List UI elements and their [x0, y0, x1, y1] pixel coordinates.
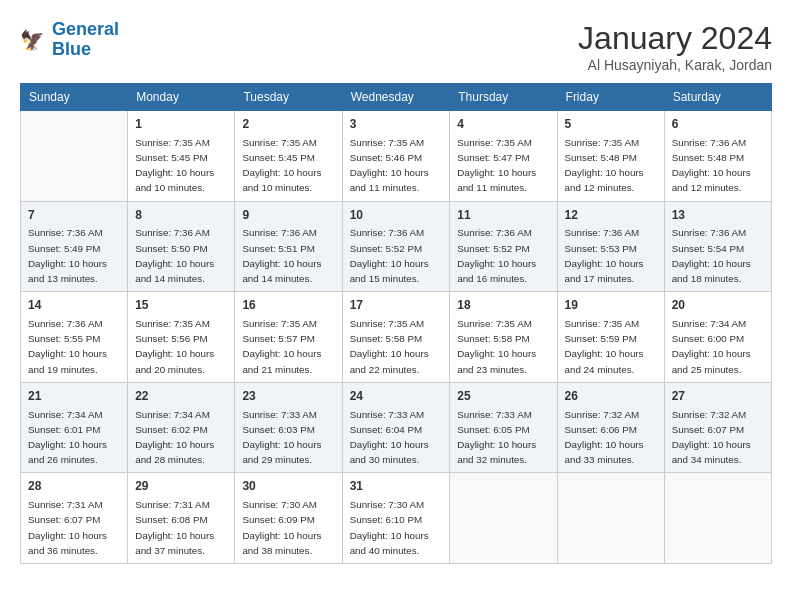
- day-number: 16: [242, 297, 334, 314]
- calendar-cell: 21Sunrise: 7:34 AM Sunset: 6:01 PM Dayli…: [21, 382, 128, 473]
- calendar-cell: 15Sunrise: 7:35 AM Sunset: 5:56 PM Dayli…: [128, 292, 235, 383]
- day-info: Sunrise: 7:31 AM Sunset: 6:07 PM Dayligh…: [28, 499, 107, 556]
- day-info: Sunrise: 7:35 AM Sunset: 5:58 PM Dayligh…: [457, 318, 536, 375]
- day-info: Sunrise: 7:32 AM Sunset: 6:07 PM Dayligh…: [672, 409, 751, 466]
- day-number: 28: [28, 478, 120, 495]
- day-number: 8: [135, 207, 227, 224]
- calendar-cell: 11Sunrise: 7:36 AM Sunset: 5:52 PM Dayli…: [450, 201, 557, 292]
- day-info: Sunrise: 7:31 AM Sunset: 6:08 PM Dayligh…: [135, 499, 214, 556]
- calendar-cell: 19Sunrise: 7:35 AM Sunset: 5:59 PM Dayli…: [557, 292, 664, 383]
- day-number: 2: [242, 116, 334, 133]
- calendar-cell: 9Sunrise: 7:36 AM Sunset: 5:51 PM Daylig…: [235, 201, 342, 292]
- calendar-cell: 16Sunrise: 7:35 AM Sunset: 5:57 PM Dayli…: [235, 292, 342, 383]
- day-number: 31: [350, 478, 443, 495]
- week-row-3: 14Sunrise: 7:36 AM Sunset: 5:55 PM Dayli…: [21, 292, 772, 383]
- day-number: 18: [457, 297, 549, 314]
- day-number: 9: [242, 207, 334, 224]
- calendar-cell: [450, 473, 557, 564]
- column-header-sunday: Sunday: [21, 84, 128, 111]
- day-number: 11: [457, 207, 549, 224]
- week-row-1: 1Sunrise: 7:35 AM Sunset: 5:45 PM Daylig…: [21, 111, 772, 202]
- day-number: 3: [350, 116, 443, 133]
- day-info: Sunrise: 7:35 AM Sunset: 5:45 PM Dayligh…: [135, 137, 214, 194]
- day-info: Sunrise: 7:33 AM Sunset: 6:05 PM Dayligh…: [457, 409, 536, 466]
- calendar-cell: 31Sunrise: 7:30 AM Sunset: 6:10 PM Dayli…: [342, 473, 450, 564]
- day-number: 4: [457, 116, 549, 133]
- day-number: 20: [672, 297, 764, 314]
- day-info: Sunrise: 7:36 AM Sunset: 5:54 PM Dayligh…: [672, 227, 751, 284]
- page-header: 🦅 General Blue January 2024 Al Husayniya…: [20, 20, 772, 73]
- week-row-4: 21Sunrise: 7:34 AM Sunset: 6:01 PM Dayli…: [21, 382, 772, 473]
- day-number: 27: [672, 388, 764, 405]
- calendar-cell: 25Sunrise: 7:33 AM Sunset: 6:05 PM Dayli…: [450, 382, 557, 473]
- calendar-cell: 13Sunrise: 7:36 AM Sunset: 5:54 PM Dayli…: [664, 201, 771, 292]
- calendar-cell: [557, 473, 664, 564]
- month-title: January 2024: [578, 20, 772, 57]
- svg-text:🦅: 🦅: [20, 28, 45, 52]
- calendar-cell: 8Sunrise: 7:36 AM Sunset: 5:50 PM Daylig…: [128, 201, 235, 292]
- day-info: Sunrise: 7:35 AM Sunset: 5:47 PM Dayligh…: [457, 137, 536, 194]
- day-number: 29: [135, 478, 227, 495]
- calendar-cell: [21, 111, 128, 202]
- calendar-cell: 6Sunrise: 7:36 AM Sunset: 5:48 PM Daylig…: [664, 111, 771, 202]
- day-info: Sunrise: 7:35 AM Sunset: 5:58 PM Dayligh…: [350, 318, 429, 375]
- day-info: Sunrise: 7:34 AM Sunset: 6:02 PM Dayligh…: [135, 409, 214, 466]
- day-number: 21: [28, 388, 120, 405]
- day-number: 25: [457, 388, 549, 405]
- location: Al Husayniyah, Karak, Jordan: [578, 57, 772, 73]
- day-info: Sunrise: 7:36 AM Sunset: 5:50 PM Dayligh…: [135, 227, 214, 284]
- calendar-cell: 29Sunrise: 7:31 AM Sunset: 6:08 PM Dayli…: [128, 473, 235, 564]
- day-info: Sunrise: 7:35 AM Sunset: 5:45 PM Dayligh…: [242, 137, 321, 194]
- calendar-cell: 24Sunrise: 7:33 AM Sunset: 6:04 PM Dayli…: [342, 382, 450, 473]
- column-header-friday: Friday: [557, 84, 664, 111]
- day-info: Sunrise: 7:35 AM Sunset: 5:57 PM Dayligh…: [242, 318, 321, 375]
- calendar-cell: 7Sunrise: 7:36 AM Sunset: 5:49 PM Daylig…: [21, 201, 128, 292]
- day-number: 6: [672, 116, 764, 133]
- day-info: Sunrise: 7:36 AM Sunset: 5:53 PM Dayligh…: [565, 227, 644, 284]
- calendar-cell: 20Sunrise: 7:34 AM Sunset: 6:00 PM Dayli…: [664, 292, 771, 383]
- calendar-cell: 2Sunrise: 7:35 AM Sunset: 5:45 PM Daylig…: [235, 111, 342, 202]
- day-number: 1: [135, 116, 227, 133]
- day-info: Sunrise: 7:33 AM Sunset: 6:04 PM Dayligh…: [350, 409, 429, 466]
- calendar-cell: 22Sunrise: 7:34 AM Sunset: 6:02 PM Dayli…: [128, 382, 235, 473]
- calendar-cell: 18Sunrise: 7:35 AM Sunset: 5:58 PM Dayli…: [450, 292, 557, 383]
- day-number: 12: [565, 207, 657, 224]
- column-header-thursday: Thursday: [450, 84, 557, 111]
- day-info: Sunrise: 7:36 AM Sunset: 5:55 PM Dayligh…: [28, 318, 107, 375]
- day-info: Sunrise: 7:30 AM Sunset: 6:09 PM Dayligh…: [242, 499, 321, 556]
- calendar-cell: 1Sunrise: 7:35 AM Sunset: 5:45 PM Daylig…: [128, 111, 235, 202]
- logo: 🦅 General Blue: [20, 20, 119, 60]
- calendar-cell: 14Sunrise: 7:36 AM Sunset: 5:55 PM Dayli…: [21, 292, 128, 383]
- day-number: 5: [565, 116, 657, 133]
- calendar-table: SundayMondayTuesdayWednesdayThursdayFrid…: [20, 83, 772, 564]
- day-info: Sunrise: 7:35 AM Sunset: 5:46 PM Dayligh…: [350, 137, 429, 194]
- logo-text: General Blue: [52, 20, 119, 60]
- day-info: Sunrise: 7:36 AM Sunset: 5:48 PM Dayligh…: [672, 137, 751, 194]
- calendar-cell: [664, 473, 771, 564]
- calendar-cell: 27Sunrise: 7:32 AM Sunset: 6:07 PM Dayli…: [664, 382, 771, 473]
- calendar-cell: 4Sunrise: 7:35 AM Sunset: 5:47 PM Daylig…: [450, 111, 557, 202]
- column-header-saturday: Saturday: [664, 84, 771, 111]
- title-block: January 2024 Al Husayniyah, Karak, Jorda…: [578, 20, 772, 73]
- week-row-2: 7Sunrise: 7:36 AM Sunset: 5:49 PM Daylig…: [21, 201, 772, 292]
- day-number: 15: [135, 297, 227, 314]
- column-header-tuesday: Tuesday: [235, 84, 342, 111]
- day-number: 23: [242, 388, 334, 405]
- day-info: Sunrise: 7:30 AM Sunset: 6:10 PM Dayligh…: [350, 499, 429, 556]
- day-number: 30: [242, 478, 334, 495]
- day-info: Sunrise: 7:33 AM Sunset: 6:03 PM Dayligh…: [242, 409, 321, 466]
- day-number: 22: [135, 388, 227, 405]
- calendar-cell: 23Sunrise: 7:33 AM Sunset: 6:03 PM Dayli…: [235, 382, 342, 473]
- week-row-5: 28Sunrise: 7:31 AM Sunset: 6:07 PM Dayli…: [21, 473, 772, 564]
- day-number: 17: [350, 297, 443, 314]
- day-info: Sunrise: 7:34 AM Sunset: 6:00 PM Dayligh…: [672, 318, 751, 375]
- day-info: Sunrise: 7:36 AM Sunset: 5:52 PM Dayligh…: [350, 227, 429, 284]
- day-number: 24: [350, 388, 443, 405]
- day-number: 14: [28, 297, 120, 314]
- day-info: Sunrise: 7:34 AM Sunset: 6:01 PM Dayligh…: [28, 409, 107, 466]
- calendar-cell: 12Sunrise: 7:36 AM Sunset: 5:53 PM Dayli…: [557, 201, 664, 292]
- day-info: Sunrise: 7:35 AM Sunset: 5:59 PM Dayligh…: [565, 318, 644, 375]
- calendar-cell: 10Sunrise: 7:36 AM Sunset: 5:52 PM Dayli…: [342, 201, 450, 292]
- day-info: Sunrise: 7:36 AM Sunset: 5:51 PM Dayligh…: [242, 227, 321, 284]
- day-info: Sunrise: 7:36 AM Sunset: 5:52 PM Dayligh…: [457, 227, 536, 284]
